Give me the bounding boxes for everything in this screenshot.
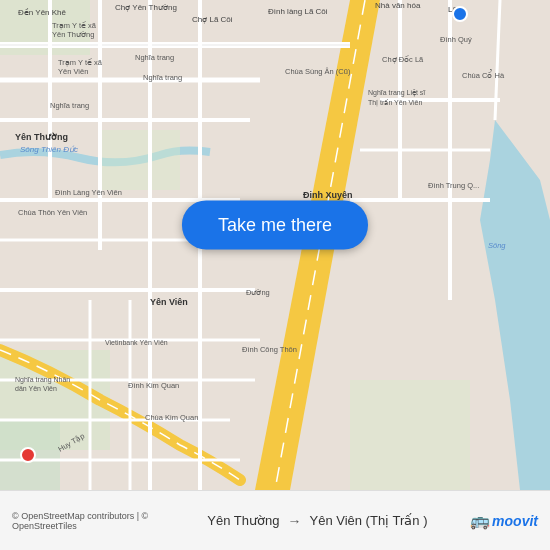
svg-text:Đình Làng Yên Viên: Đình Làng Yên Viên bbox=[55, 188, 122, 197]
attribution: © OpenStreetMap contributors | © OpenStr… bbox=[12, 511, 165, 531]
svg-text:Nghĩa trang Nhân: Nghĩa trang Nhân bbox=[15, 376, 70, 384]
route-from: Yên Thường bbox=[207, 513, 279, 528]
take-me-there-button[interactable]: Take me there bbox=[182, 201, 368, 250]
svg-text:Đình Trung Q...: Đình Trung Q... bbox=[428, 181, 479, 190]
svg-text:Đình Kim Quan: Đình Kim Quan bbox=[128, 381, 179, 390]
svg-text:Chùa Cổ Hà: Chùa Cổ Hà bbox=[462, 69, 505, 80]
svg-text:Thị trấn Yên Viên: Thị trấn Yên Viên bbox=[368, 99, 422, 107]
svg-text:Sông: Sông bbox=[488, 241, 506, 250]
svg-text:Đền Yên Khê: Đền Yên Khê bbox=[18, 8, 67, 17]
svg-point-64 bbox=[21, 448, 35, 462]
moovit-icon: 🚌 bbox=[470, 511, 490, 530]
svg-text:Yên Viên: Yên Viên bbox=[58, 67, 88, 76]
svg-text:Đinh Xuyên: Đinh Xuyên bbox=[303, 190, 353, 200]
svg-text:Nghĩa trang Liệt sĩ: Nghĩa trang Liệt sĩ bbox=[368, 89, 426, 97]
svg-text:Nghĩa trang: Nghĩa trang bbox=[143, 73, 182, 82]
map-container: Đền Yên Khê Chợ Yên Thường Trạm Y tế xã … bbox=[0, 0, 550, 490]
bottom-bar: © OpenStreetMap contributors | © OpenStr… bbox=[0, 490, 550, 550]
svg-text:Vietinbank Yên Viên: Vietinbank Yên Viên bbox=[105, 339, 168, 346]
svg-text:Sông Thiên Đức: Sông Thiên Đức bbox=[20, 145, 78, 154]
moovit-name: moovit bbox=[492, 513, 538, 529]
svg-text:Chợ Lã Côi: Chợ Lã Côi bbox=[192, 15, 233, 24]
svg-rect-5 bbox=[350, 380, 470, 490]
svg-point-63 bbox=[453, 7, 467, 21]
svg-text:Đình Công Thôn: Đình Công Thôn bbox=[242, 345, 297, 354]
svg-text:Trạm Y tế xã: Trạm Y tế xã bbox=[52, 21, 97, 30]
svg-text:Chợ Yên Thường: Chợ Yên Thường bbox=[115, 3, 177, 12]
svg-text:Trạm Y tế xã: Trạm Y tế xã bbox=[58, 58, 103, 67]
svg-text:Chợ Đốc Lã: Chợ Đốc Lã bbox=[382, 55, 424, 64]
svg-text:Nghĩa trang: Nghĩa trang bbox=[50, 101, 89, 110]
svg-text:Đường: Đường bbox=[246, 288, 270, 297]
svg-text:Đình làng Lã Côi: Đình làng Lã Côi bbox=[268, 7, 328, 16]
route-arrow: → bbox=[287, 513, 301, 529]
svg-text:Nghĩa trang: Nghĩa trang bbox=[135, 53, 174, 62]
svg-text:Nhà văn hóa: Nhà văn hóa bbox=[375, 1, 421, 10]
svg-text:Yên Viên: Yên Viên bbox=[150, 297, 188, 307]
svg-text:Chùa Sùng Ân (Cũ): Chùa Sùng Ân (Cũ) bbox=[285, 67, 351, 76]
svg-text:dân Yên Viên: dân Yên Viên bbox=[15, 385, 57, 392]
route-info: Yên Thường → Yên Viên (Thị Trấn ) bbox=[165, 513, 470, 529]
svg-text:Yên Thường: Yên Thường bbox=[15, 132, 68, 142]
svg-rect-3 bbox=[100, 130, 180, 190]
svg-text:Đình Quý: Đình Quý bbox=[440, 35, 472, 44]
moovit-logo: 🚌 moovit bbox=[470, 511, 538, 530]
svg-text:Chùa Thôn Yên Viên: Chùa Thôn Yên Viên bbox=[18, 208, 87, 217]
attribution-text: © OpenStreetMap contributors | © OpenStr… bbox=[12, 511, 148, 531]
svg-text:Chùa Kim Quan: Chùa Kim Quan bbox=[145, 413, 198, 422]
svg-text:Yên Thường: Yên Thường bbox=[52, 30, 94, 39]
route-to: Yên Viên (Thị Trấn ) bbox=[309, 513, 427, 528]
